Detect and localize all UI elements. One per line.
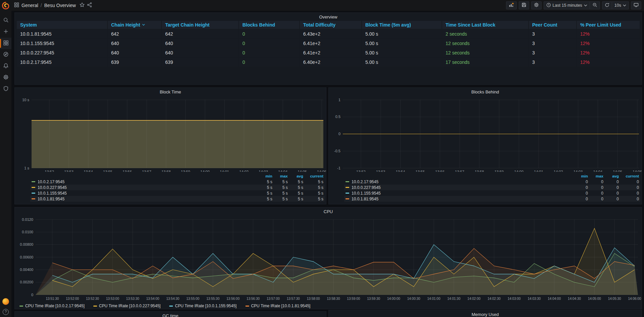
svg-text:14:05: 14:05 — [613, 170, 622, 172]
legend-row: 10.0.1.81:95455 s5 s5 s5 s — [30, 196, 325, 202]
table-column-header[interactable]: Time Since Last Block — [442, 21, 528, 29]
table-cell: 5.00 s — [362, 39, 442, 48]
legend-stat-label[interactable]: min — [257, 174, 272, 178]
add-panel-button[interactable] — [506, 1, 517, 9]
breadcrumb-dashboard-title[interactable]: Besu Overview — [44, 3, 76, 8]
legend-row: 10.0.2.17:95450000 — [344, 179, 640, 185]
legend-stat-label[interactable]: min — [572, 174, 588, 178]
legend-stat-label[interactable]: max — [588, 174, 603, 178]
legend-stat-value: 5 s — [272, 185, 288, 190]
refresh-button[interactable] — [602, 1, 612, 9]
cpu-legend: CPU Time IRate [10.0.2.17:9545]CPU Time … — [15, 302, 642, 308]
cycle-view-mode-button[interactable] — [631, 1, 641, 9]
table-column-header[interactable]: System — [17, 21, 107, 29]
svg-text:13:57:30: 13:57:30 — [287, 297, 300, 300]
refresh-interval-picker[interactable]: 10s — [612, 1, 629, 9]
svg-text:14:03:30: 14:03:30 — [528, 297, 541, 300]
panel-title-cpu[interactable]: CPU — [15, 207, 642, 215]
panel-title-blocks-behind[interactable]: Blocks Behind — [329, 88, 642, 96]
user-avatar[interactable] — [2, 298, 9, 305]
zoom-out-icon — [592, 2, 597, 8]
legend-series-name[interactable]: 10.0.2.17:9545 — [352, 180, 572, 184]
table-column-header[interactable]: Chain Height — [108, 21, 161, 29]
panel-title-block-time[interactable]: Block Time — [15, 88, 326, 96]
panel-gc-time: GC time — [14, 311, 326, 317]
block-time-chart[interactable]: 10 s1 s13:5213:5313:5413:5513:5613:5713:… — [15, 96, 326, 172]
sidebar-item-dashboards[interactable] — [0, 38, 11, 49]
breadcrumb-folder[interactable]: General — [21, 3, 38, 8]
grafana-logo-icon[interactable] — [1, 1, 10, 10]
legend-series-name[interactable]: 10.0.1.81:9545 — [352, 197, 572, 201]
table-column-header[interactable]: Target Chain Height — [162, 21, 238, 29]
legend-stat-value: 5 s — [288, 197, 303, 201]
legend-series-name[interactable]: 10.0.0.227:9545 — [38, 185, 257, 190]
share-icon[interactable] — [87, 2, 92, 8]
save-icon — [521, 2, 526, 8]
series-swatch-icon — [346, 187, 349, 188]
sidebar-item-alerting[interactable] — [0, 61, 11, 72]
svg-text:13:59: 13:59 — [495, 170, 504, 172]
save-dashboard-button[interactable] — [519, 1, 529, 9]
table-column-header[interactable]: Total Difficulty — [300, 21, 361, 29]
legend-item[interactable]: CPU Time IRate [10.0.0.227:9545] — [93, 304, 160, 308]
panel-title-memory-used[interactable]: Memory Used — [329, 310, 642, 317]
legend-item[interactable]: CPU Time IRate [10.0.1.81:9545] — [245, 304, 311, 308]
svg-text:14:06: 14:06 — [633, 170, 642, 172]
sidebar-item-create[interactable] — [0, 26, 11, 38]
legend-series-name[interactable]: 10.0.1.81:9545 — [38, 197, 257, 201]
svg-text:13:53:00: 13:53:00 — [106, 297, 119, 300]
series-swatch-icon — [169, 306, 173, 307]
table-cell: 5.00 s — [362, 58, 442, 67]
legend-stat-label[interactable]: current — [619, 174, 639, 178]
table-cell: 6.40e+2 — [300, 58, 361, 67]
table-cell: 3 — [529, 48, 576, 57]
help-icon[interactable]: ? — [3, 309, 9, 315]
sidebar-item-server-admin[interactable] — [0, 83, 11, 95]
svg-text:13:54: 13:54 — [84, 170, 93, 172]
legend-stat-label[interactable]: current — [303, 174, 323, 178]
table-column-header[interactable]: Block Time (5m avg) — [362, 21, 442, 29]
breadcrumb-separator: / — [41, 3, 42, 8]
legend-item[interactable]: CPU Time IRate [10.0.2.17:9545] — [19, 304, 85, 308]
star-icon[interactable] — [80, 2, 85, 8]
blocks-behind-chart[interactable]: 10.50-0.5-113:5213:5313:5413:5513:5613:5… — [329, 96, 642, 172]
series-swatch-icon — [346, 193, 349, 194]
legend-stat-label[interactable]: avg — [603, 174, 619, 178]
legend-series-name[interactable]: 10.0.1.155:9545 — [352, 191, 572, 196]
legend-row: 10.0.1.155:95450000 — [344, 190, 640, 196]
dashboard-settings-button[interactable] — [531, 1, 542, 9]
legend-series-name[interactable]: 10.0.1.155:9545 — [38, 191, 257, 196]
svg-text:13:59:00: 13:59:00 — [347, 297, 360, 300]
svg-text:0.5: 0.5 — [335, 115, 340, 119]
svg-text:14:04: 14:04 — [278, 170, 288, 172]
legend-stat-label[interactable]: avg — [288, 174, 303, 178]
legend-stat-value: 5 s — [303, 197, 323, 201]
legend-series-name[interactable]: 10.0.0.227:9545 — [352, 185, 572, 190]
sidebar-item-explore[interactable] — [0, 49, 11, 61]
table-cell: 10.0.1.155:9545 — [17, 39, 107, 48]
svg-text:13:53:30: 13:53:30 — [126, 297, 139, 300]
sidebar-item-configuration[interactable] — [0, 72, 11, 83]
zoom-out-button[interactable] — [590, 1, 600, 9]
table-column-header[interactable]: % Peer Limit Used — [577, 21, 640, 29]
plus-icon — [3, 29, 9, 36]
cpu-chart[interactable]: 0.01200.01000.008000.006000.004000.00200… — [15, 215, 642, 300]
legend-series-name: CPU Time IRate [10.0.2.17:9545] — [25, 304, 85, 308]
gear-icon — [3, 74, 9, 81]
panel-title-overview[interactable]: Overview — [15, 13, 642, 21]
panel-title-gc-time[interactable]: GC time — [15, 312, 326, 317]
panel-blocks-behind: Blocks Behind 10.50-0.5-113:5213:5313:54… — [328, 87, 642, 204]
bell-icon — [3, 63, 9, 70]
sidebar-item-search[interactable] — [0, 15, 11, 26]
legend-item[interactable]: CPU Time IRate [10.0.1.155:9545] — [169, 304, 236, 308]
table-cell: 10.0.1.81:9545 — [17, 30, 107, 38]
dashboard-toolbar: Last 15 minutes 10s — [506, 1, 641, 9]
refresh-icon — [605, 3, 609, 8]
refresh-interval-label: 10s — [614, 3, 621, 8]
table-column-header[interactable]: Peer Count — [529, 21, 576, 29]
time-range-picker[interactable]: Last 15 minutes — [544, 1, 590, 9]
table-column-header[interactable]: Blocks Behind — [239, 21, 299, 29]
legend-stat-label[interactable]: max — [272, 174, 288, 178]
svg-text:-0.5: -0.5 — [334, 149, 340, 153]
legend-series-name[interactable]: 10.0.2.17:9545 — [38, 180, 257, 184]
